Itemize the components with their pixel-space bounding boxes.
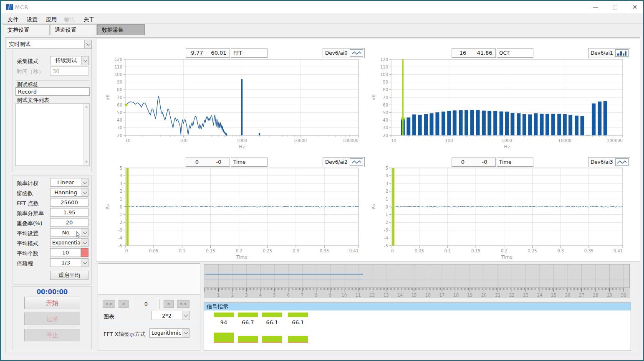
- menu-application[interactable]: 应用: [43, 15, 59, 24]
- svg-text:30: 30: [621, 293, 626, 297]
- octave-label: 倍频程: [17, 260, 33, 267]
- oct-channel-box[interactable]: Dev6/ai1: [588, 48, 630, 58]
- channel-label: Dev6/ai0: [325, 50, 348, 56]
- time3-chart[interactable]: -5-4-3-2-101234500.050.10.150.20.250.30.…: [367, 166, 626, 263]
- svg-text:-4: -4: [384, 236, 388, 240]
- menu-file[interactable]: 文件: [5, 15, 21, 24]
- svg-text:70: 70: [117, 95, 122, 100]
- frame-index-input[interactable]: 0: [133, 299, 159, 309]
- restart-average-button[interactable]: 重启平均: [50, 271, 88, 280]
- svg-text:14: 14: [397, 293, 403, 297]
- window-function-select[interactable]: Hanning: [50, 188, 88, 197]
- svg-text:0.05: 0.05: [415, 249, 424, 253]
- time2-channel-box[interactable]: Dev6/ai2: [323, 157, 365, 167]
- time2-chart[interactable]: -5-4-3-2-101234500.050.10.150.20.250.30.…: [101, 166, 362, 263]
- tab-data-acquisition[interactable]: 数据采集: [97, 24, 145, 35]
- menu-settings[interactable]: 设置: [24, 15, 40, 24]
- fft-points-input[interactable]: 25600: [50, 198, 88, 207]
- svg-text:2: 2: [120, 189, 122, 193]
- fft-chart[interactable]: 2030405060708090100110120101001000100001…: [101, 58, 362, 153]
- svg-text:0.1: 0.1: [179, 249, 185, 253]
- scroll-down-icon[interactable]: ▼: [83, 159, 89, 165]
- chevron-down-icon: [81, 56, 88, 65]
- preview-box: [98, 264, 200, 295]
- tab-document-settings[interactable]: 文档设置: [3, 24, 50, 35]
- time3-cursor-readout: 0-0: [452, 158, 496, 167]
- oct-chart[interactable]: 2030405060708090100110120101001000100001…: [367, 58, 626, 153]
- level-bar-icon: [238, 313, 258, 317]
- oct-cursor-readout: 1641.86: [452, 48, 496, 58]
- minimize-button[interactable]: —: [588, 3, 603, 12]
- svg-text:80: 80: [117, 87, 122, 92]
- menu-about[interactable]: 关于: [81, 15, 97, 24]
- svg-text:40: 40: [383, 118, 388, 122]
- average-count-input[interactable]: 10: [50, 248, 81, 257]
- test-mode-select[interactable]: 实时测试: [7, 40, 92, 49]
- svg-text:26: 26: [565, 293, 571, 297]
- svg-text:20: 20: [383, 133, 388, 138]
- acq-mode-select[interactable]: 持续测试: [50, 56, 89, 65]
- record-overview-strip[interactable]: 1234567891011121314151617181920212223242…: [204, 264, 630, 298]
- svg-text:16: 16: [425, 293, 431, 297]
- fft-xaxis-mode-select[interactable]: Logarithmic: [149, 328, 189, 338]
- chart-layout-select[interactable]: 2*2: [151, 311, 189, 320]
- svg-text:7: 7: [301, 293, 303, 297]
- line-chart-icon: [615, 158, 629, 166]
- nav-last-button[interactable]: >>: [177, 300, 189, 308]
- freq-weighting-select[interactable]: Linear: [50, 178, 88, 187]
- oct-chart-name[interactable]: OCT: [497, 48, 533, 58]
- fft-chart-name[interactable]: FFT: [231, 48, 268, 58]
- svg-text:22: 22: [509, 293, 515, 297]
- svg-text:27: 27: [579, 293, 584, 297]
- fft-channel-box[interactable]: Dev6/ai0: [323, 48, 365, 58]
- freq-resolution-input[interactable]: 1.95: [50, 208, 88, 217]
- svg-text:8: 8: [315, 293, 318, 297]
- nav-next-button[interactable]: >: [164, 300, 174, 308]
- nav-first-button[interactable]: <<: [103, 300, 115, 308]
- average-mode-select[interactable]: Exponential: [50, 238, 88, 247]
- svg-text:0.35: 0.35: [584, 249, 593, 253]
- svg-text:6: 6: [287, 293, 290, 297]
- svg-text:0.3: 0.3: [293, 249, 299, 253]
- svg-text:120: 120: [114, 58, 122, 62]
- channel-label: Dev6/ai3: [591, 159, 613, 165]
- svg-text:dB: dB: [105, 94, 111, 101]
- svg-text:28: 28: [593, 293, 599, 297]
- svg-text:0.35: 0.35: [320, 249, 329, 253]
- svg-text:90: 90: [117, 80, 122, 84]
- time3-chart-name[interactable]: Time: [497, 158, 533, 167]
- tab-channel-settings[interactable]: 通道设置: [50, 24, 97, 35]
- nav-prev-button[interactable]: <: [119, 300, 129, 308]
- svg-text:110: 110: [114, 65, 122, 69]
- start-button[interactable]: 开始: [24, 297, 80, 309]
- svg-text:1: 1: [386, 197, 388, 201]
- close-button[interactable]: ✕: [628, 3, 642, 12]
- scrollbar[interactable]: ▲ ▼: [83, 104, 89, 165]
- svg-text:0: 0: [120, 205, 122, 209]
- test-file-list[interactable]: ▲ ▼: [15, 103, 90, 166]
- svg-text:30: 30: [117, 125, 122, 130]
- svg-text:0: 0: [386, 205, 388, 209]
- octave-select[interactable]: 1/3: [50, 258, 88, 267]
- svg-text:50: 50: [117, 110, 122, 115]
- svg-text:-1: -1: [118, 212, 122, 217]
- svg-text:1000: 1000: [502, 138, 512, 143]
- scroll-up-icon[interactable]: ▲: [83, 104, 89, 110]
- cursor-y-value: 60.01: [208, 49, 230, 57]
- channel-label: Dev6/ai2: [325, 159, 348, 165]
- time2-chart-name[interactable]: Time: [231, 158, 268, 167]
- overlap-input[interactable]: 20: [50, 218, 88, 227]
- svg-text:0.41: 0.41: [614, 249, 623, 253]
- svg-text:Pa: Pa: [371, 204, 376, 210]
- test-tag-input[interactable]: Record: [15, 87, 90, 96]
- average-setting-select[interactable]: No: [50, 228, 88, 237]
- time-seconds-input: 30: [50, 66, 89, 76]
- chevron-down-icon: [81, 239, 88, 247]
- level-bar-icon: [214, 333, 234, 342]
- meter-baseline: [214, 342, 234, 343]
- maximize-button[interactable]: □: [608, 3, 622, 12]
- divider: [99, 324, 199, 324]
- svg-text:60: 60: [383, 103, 388, 107]
- svg-text:4: 4: [259, 293, 262, 297]
- time3-channel-box[interactable]: Dev6/ai3: [588, 157, 630, 167]
